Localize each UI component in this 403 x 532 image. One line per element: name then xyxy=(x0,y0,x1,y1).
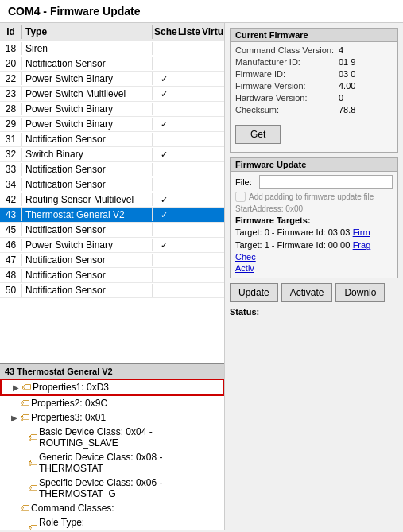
extra-link[interactable]: Chec xyxy=(235,252,256,262)
col-virtu: Virtu xyxy=(200,25,224,39)
tree-item-roletype[interactable]: ▶🏷Role Type: CONTROLLER_CENTRAL_STATIC xyxy=(0,515,224,530)
cell-liste xyxy=(176,274,200,276)
tree-item-generic[interactable]: ▶🏷Generic Device Class: 0x08 - THERMOSTA… xyxy=(0,450,224,476)
table-row[interactable]: 47 Notification Sensor xyxy=(0,253,224,268)
cell-liste xyxy=(176,48,200,49)
cell-virtu xyxy=(200,184,224,185)
cell-virtu xyxy=(200,108,224,110)
cell-sche: ✓ xyxy=(153,208,176,221)
firmware-field-row: Command Class Version:4 xyxy=(235,45,393,55)
tree-item-props2[interactable]: ▶🏷Properties2: 0x9C xyxy=(0,396,224,410)
field-value: 01 9 xyxy=(339,57,355,67)
action-buttons: Update Activate Downlo xyxy=(230,283,398,302)
tag-icon: 🏷 xyxy=(28,432,37,443)
table-row[interactable]: 45 Notification Sensor xyxy=(0,223,224,238)
table-row[interactable]: 50 Notification Sensor xyxy=(0,283,224,298)
table-row[interactable]: 46 Power Switch Binary ✓ xyxy=(0,238,224,253)
cell-id: 46 xyxy=(0,239,22,251)
tree-item-props1[interactable]: ▶🏷Properties1: 0xD3 xyxy=(0,379,224,396)
cell-id: 48 xyxy=(0,269,22,282)
cell-virtu xyxy=(200,289,224,291)
field-value: 4 xyxy=(339,45,343,55)
cell-id: 47 xyxy=(0,254,22,266)
table-row[interactable]: 28 Power Switch Binary xyxy=(0,102,224,117)
activate-button[interactable]: Activate xyxy=(281,283,333,302)
tree-item-basic[interactable]: ▶🏷Basic Device Class: 0x04 - ROUTING_SLA… xyxy=(0,425,224,450)
download-button[interactable]: Downlo xyxy=(335,283,385,302)
table-row[interactable]: 22 Power Switch Binary ✓ xyxy=(0,72,224,87)
firmware-update-section: Firmware Update File: Add padding to fir… xyxy=(230,157,398,278)
cell-liste xyxy=(176,153,200,155)
table-row[interactable]: 32 Switch Binary ✓ xyxy=(0,147,224,162)
firmware-update-title: Firmware Update xyxy=(231,158,397,172)
tree-item-label: Generic Device Class: 0x08 - THERMOSTAT xyxy=(39,452,219,474)
table-row[interactable]: 42 Routing Sensor Multilevel ✓ xyxy=(0,192,224,208)
firmware-field-row: Firmware Version:4.00 xyxy=(235,81,393,91)
cell-virtu xyxy=(200,63,224,64)
col-type: Type xyxy=(22,25,153,39)
field-label: Hardware Version: xyxy=(235,93,339,103)
field-label: Firmware ID: xyxy=(235,69,339,79)
cell-id: 18 xyxy=(0,42,22,55)
cell-type: Power Switch Binary xyxy=(22,103,153,115)
target-link[interactable]: Frag xyxy=(353,240,371,250)
get-button[interactable]: Get xyxy=(235,125,281,144)
target-link[interactable]: Firm xyxy=(353,227,370,237)
cell-id: 42 xyxy=(0,193,22,206)
cell-liste xyxy=(176,63,200,64)
cell-type: Siren xyxy=(22,42,153,55)
current-firmware-title: Current Firmware xyxy=(231,29,397,42)
file-label: File: xyxy=(235,177,259,187)
target-text: Target: 1 - Firmware Id: 00 00 xyxy=(235,240,350,250)
tag-icon: 🏷 xyxy=(28,522,37,530)
cell-type: Routing Sensor Multilevel xyxy=(22,193,153,206)
cell-sche: ✓ xyxy=(153,148,176,161)
file-input[interactable] xyxy=(259,175,393,189)
padding-checkbox[interactable] xyxy=(235,192,246,202)
cell-sche xyxy=(153,138,176,140)
tree-arrow: ▶ xyxy=(13,383,19,392)
cell-sche xyxy=(153,63,176,64)
field-label: Firmware Version: xyxy=(235,81,339,91)
table-row[interactable]: 33 Notification Sensor xyxy=(0,162,224,177)
tree-item-cmdclasses[interactable]: ▶🏷Command Classes: xyxy=(0,501,224,515)
cell-virtu xyxy=(200,214,224,216)
field-value: 78.8 xyxy=(339,105,355,115)
tag-icon: 🏷 xyxy=(28,457,37,468)
extra-link[interactable]: Activ xyxy=(235,263,254,273)
cell-sche xyxy=(153,184,176,185)
cell-id: 45 xyxy=(0,223,22,236)
table-row[interactable]: 18 Siren xyxy=(0,41,224,56)
cell-liste xyxy=(176,123,200,125)
cell-virtu xyxy=(200,169,224,170)
table-header: Id Type Sche Liste Virtu xyxy=(0,23,224,41)
tree-item-specific[interactable]: ▶🏷Specific Device Class: 0x06 - THERMOST… xyxy=(0,476,224,501)
table-row[interactable]: 34 Notification Sensor xyxy=(0,177,224,192)
title-bar: COM4 - Firmware Update xyxy=(0,0,403,23)
cell-sche xyxy=(153,169,176,170)
cell-type: Power Switch Binary xyxy=(22,72,153,85)
extra-row: Activ xyxy=(235,263,393,273)
start-address: StartAddress: 0x00 xyxy=(235,204,393,213)
table-row[interactable]: 23 Power Switch Multilevel ✓ xyxy=(0,87,224,102)
cell-virtu xyxy=(200,123,224,125)
cell-id: 32 xyxy=(0,148,22,161)
field-label: Checksum: xyxy=(235,105,339,115)
col-id: Id xyxy=(0,25,22,39)
table-row[interactable]: 20 Notification Sensor xyxy=(0,56,224,72)
table-row[interactable]: 31 Notification Sensor xyxy=(0,132,224,147)
table-row[interactable]: 29 Power Switch Binary ✓ xyxy=(0,117,224,132)
cell-liste xyxy=(176,244,200,246)
table-row[interactable]: 43 Thermostat General V2 ✓ xyxy=(0,208,224,223)
table-row[interactable]: 48 Notification Sensor xyxy=(0,268,224,283)
cell-id: 34 xyxy=(0,178,22,191)
cell-type: Switch Binary xyxy=(22,148,153,161)
tree-item-props3[interactable]: ▶🏷Properties3: 0x01 xyxy=(0,410,224,425)
update-button[interactable]: Update xyxy=(230,283,278,302)
cell-id: 23 xyxy=(0,87,22,100)
cell-virtu xyxy=(200,229,224,231)
cell-liste xyxy=(176,78,200,80)
tree-panel: 43 Thermostat General V2 ▶🏷Properties1: … xyxy=(0,363,224,530)
cell-id: 22 xyxy=(0,72,22,85)
target-row: Target: 0 - Firmware Id: 03 03 Firm xyxy=(235,227,393,238)
